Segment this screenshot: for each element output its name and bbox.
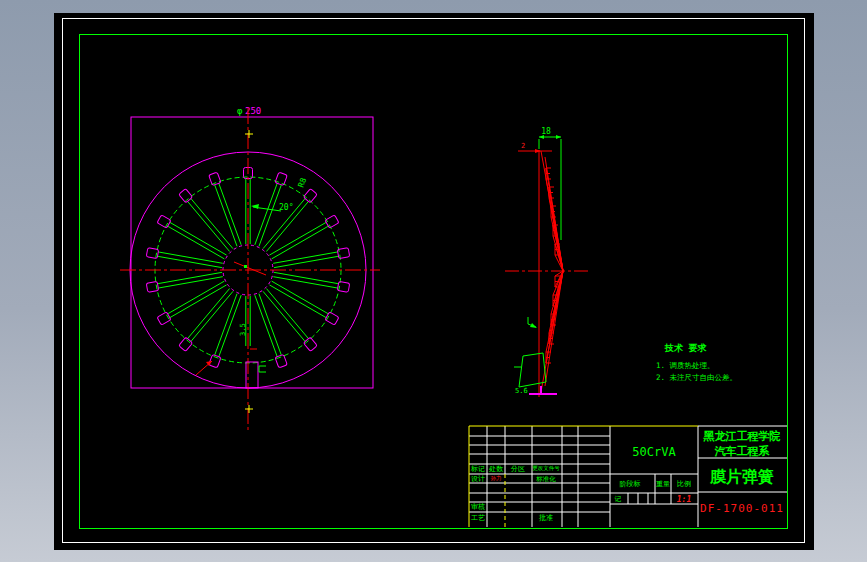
label-zone: 分区 [510, 465, 525, 473]
label-change-file: 更改文件号 [532, 465, 560, 471]
part-name: 膜片弹簧 [709, 467, 774, 486]
slot-edge [170, 285, 227, 318]
notes-title: 技术 要求 [664, 343, 707, 353]
label-stage-mark-1: 阶段标 [620, 480, 641, 488]
material-value: 50CrVA [632, 445, 676, 459]
centerline-tick-bottom [245, 405, 253, 413]
finger-window [157, 215, 171, 228]
slot-radius-label: R8 [296, 176, 308, 188]
angle-dim-arrow [251, 204, 259, 209]
finger-window [275, 172, 287, 185]
finger-window [337, 248, 349, 259]
label-approve: 批准 [539, 514, 553, 522]
label-design: 设计 [471, 475, 485, 483]
height-dim-text: 18 [541, 127, 551, 136]
thickness-dim-text: 2 [521, 142, 525, 150]
slot-edge [272, 226, 329, 259]
label-stage-mark-2: 记 [615, 495, 622, 503]
note-item-2: 2. 未注尺寸自由公差。 [656, 373, 737, 382]
slot-edge [269, 222, 326, 255]
slot-width-label: 3.5 [239, 323, 247, 336]
finger-window [179, 337, 193, 351]
label-mark: 标记 [470, 465, 485, 473]
outer-diameter-symbol: φ [237, 106, 243, 116]
institute-line2: 汽车工程系 [715, 445, 770, 458]
tip-dim-bracket [259, 366, 266, 372]
label-process: 工艺 [471, 514, 485, 522]
slot-edge [168, 226, 225, 259]
center-red-mark [234, 262, 266, 275]
angle-dim-text: 20° [279, 203, 293, 212]
center-green-dot [244, 265, 247, 268]
scale-value: 1:1 [677, 495, 691, 504]
front-view: φ 250 20° R8 3.5 [120, 106, 380, 433]
cad-desktop: φ 250 20° R8 3.5 [0, 0, 867, 562]
side-view: 18 2 5.6 [505, 127, 588, 397]
finger-window [303, 337, 317, 351]
drawing-number: DF-1700-011 [700, 502, 784, 515]
technical-notes: 技术 要求 1. 调质热处理。 2. 未注尺寸自由公差。 [656, 343, 737, 382]
slot-edge [170, 222, 227, 255]
title-block: 标记 处数 分区 更改文件号 设计 孙力 标准化 审核 工艺 批准 50CrVA… [469, 426, 787, 527]
slot-edge [168, 281, 225, 314]
slot-edge [269, 285, 326, 318]
label-standardization: 标准化 [535, 475, 556, 483]
side-leader-arrow [530, 323, 537, 328]
note-item-1: 1. 调质热处理。 [656, 361, 715, 370]
tip-detail-outline [519, 353, 546, 387]
outer-diameter-value: 250 [245, 106, 261, 116]
label-scale: 比例 [677, 480, 691, 488]
cad-viewport[interactable]: φ 250 20° R8 3.5 [0, 0, 867, 562]
thickness-dim-arrow [535, 149, 541, 153]
centerline-tick-top [245, 130, 253, 138]
finger-window [275, 354, 287, 367]
tip-dim-text: 5.6 [515, 387, 528, 395]
slot-edge [272, 281, 329, 314]
designer-signature: 孙力 [491, 475, 502, 481]
label-check: 审核 [471, 503, 485, 511]
label-count: 处数 [489, 465, 504, 473]
label-weight: 重量 [656, 480, 670, 488]
institute-line1: 黑龙江工程学院 [703, 429, 781, 443]
